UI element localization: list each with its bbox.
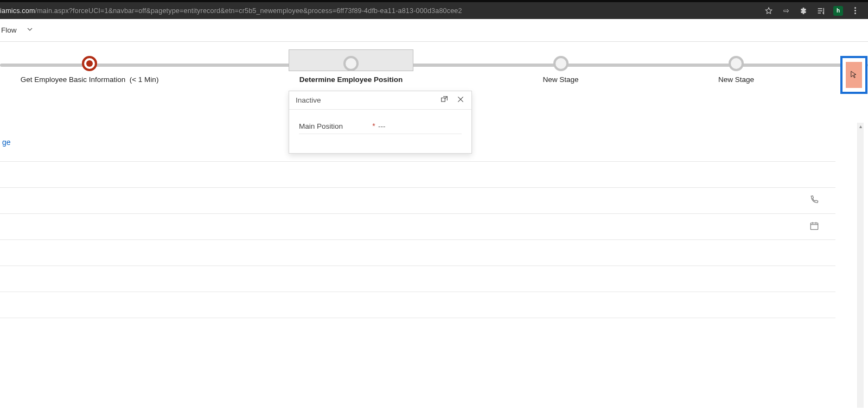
cursor-arrow-icon bbox=[849, 69, 859, 80]
phone-icon[interactable] bbox=[809, 195, 819, 206]
flow-dropdown[interactable]: Flow bbox=[0, 19, 868, 42]
svg-rect-0 bbox=[442, 98, 445, 102]
form-row-blank-6[interactable] bbox=[0, 318, 835, 344]
bpf-stage-flyout: Inactive Main Position * --- bbox=[289, 91, 472, 154]
share-icon[interactable]: ⇨ bbox=[781, 6, 791, 16]
url-display[interactable]: iamics.com/main.aspx?forceUCI=1&navbar=o… bbox=[0, 7, 462, 15]
flyout-field-main-position[interactable]: Main Position * --- bbox=[299, 122, 462, 134]
bpf-stage-1-label: Get Employee Basic Information (< 1 Min) bbox=[0, 75, 179, 84]
bpf-stage-4[interactable]: New Stage bbox=[668, 42, 804, 71]
form-row-link[interactable]: ge bbox=[2, 138, 11, 147]
browser-toolbar-icons: ⇨ h bbox=[764, 6, 868, 16]
chevron-down-icon bbox=[25, 25, 34, 35]
bpf-stage-1[interactable]: Get Employee Basic Information (< 1 Min) bbox=[0, 42, 179, 71]
browser-address-bar: iamics.com/main.aspx?forceUCI=1&navbar=o… bbox=[0, 2, 868, 19]
bpf-next-stage-highlight bbox=[846, 62, 862, 88]
bpf-stage-3-circle-icon bbox=[553, 56, 569, 71]
bpf-stage-track: Get Employee Basic Information (< 1 Min)… bbox=[0, 42, 868, 91]
flyout-status-label: Inactive bbox=[296, 96, 321, 104]
form-row-blank-3[interactable] bbox=[0, 240, 835, 266]
bpf-stage-4-circle-icon bbox=[729, 56, 744, 71]
bpf-stage-3-label: New Stage bbox=[497, 75, 624, 84]
bpf-stage-3[interactable]: New Stage bbox=[497, 42, 624, 71]
bpf-next-stage-button[interactable] bbox=[840, 56, 867, 94]
reading-list-icon[interactable] bbox=[816, 6, 826, 16]
field-label: Main Position bbox=[299, 122, 369, 130]
bpf-stage-2[interactable]: Determine Employee Position bbox=[289, 42, 413, 71]
form-row-blank-4[interactable] bbox=[0, 266, 835, 292]
bpf-stage-2-circle-icon bbox=[343, 56, 359, 71]
browser-menu-kebab-icon[interactable] bbox=[851, 6, 860, 16]
vertical-scrollbar-rail: ▴ bbox=[835, 123, 868, 411]
scroll-up-arrow-icon[interactable]: ▴ bbox=[858, 123, 864, 130]
bpf-stage-4-label: New Stage bbox=[668, 75, 804, 84]
calendar-icon[interactable] bbox=[809, 221, 819, 232]
svg-rect-1 bbox=[810, 223, 818, 230]
form-row-phone[interactable] bbox=[0, 188, 835, 214]
bpf-stage-2-label: Determine Employee Position bbox=[289, 75, 413, 84]
bpf-stage-1-circle-icon bbox=[82, 56, 97, 71]
flyout-close-icon[interactable] bbox=[456, 95, 465, 105]
extensions-icon[interactable] bbox=[799, 6, 808, 16]
flyout-dock-icon[interactable] bbox=[440, 95, 449, 105]
record-form-area: ge bbox=[0, 123, 835, 411]
form-row-blank-5[interactable] bbox=[0, 292, 835, 318]
profile-avatar[interactable]: h bbox=[833, 6, 843, 16]
field-value: --- bbox=[378, 122, 386, 130]
bookmark-star-icon[interactable] bbox=[764, 6, 774, 16]
form-row-blank-2[interactable] bbox=[0, 162, 835, 188]
vertical-scrollbar[interactable]: ▴ bbox=[857, 123, 864, 408]
required-asterisk-icon: * bbox=[369, 122, 378, 130]
form-row-date[interactable] bbox=[0, 214, 835, 240]
